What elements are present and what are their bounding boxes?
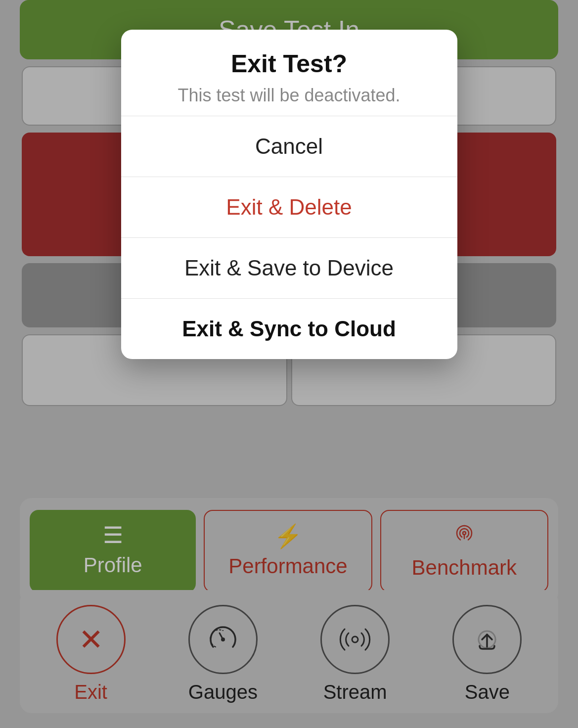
- exit-sync-button[interactable]: Exit & Sync to Cloud: [121, 299, 457, 359]
- exit-delete-button[interactable]: Exit & Delete: [121, 177, 457, 237]
- exit-save-button[interactable]: Exit & Save to Device: [121, 238, 457, 298]
- modal-overlay: Exit Test? This test will be deactivated…: [0, 0, 578, 728]
- exit-test-modal: Exit Test? This test will be deactivated…: [121, 30, 457, 359]
- modal-header: Exit Test? This test will be deactivated…: [121, 30, 457, 116]
- cancel-button[interactable]: Cancel: [121, 116, 457, 177]
- modal-title: Exit Test?: [141, 49, 438, 78]
- modal-subtitle: This test will be deactivated.: [141, 85, 438, 106]
